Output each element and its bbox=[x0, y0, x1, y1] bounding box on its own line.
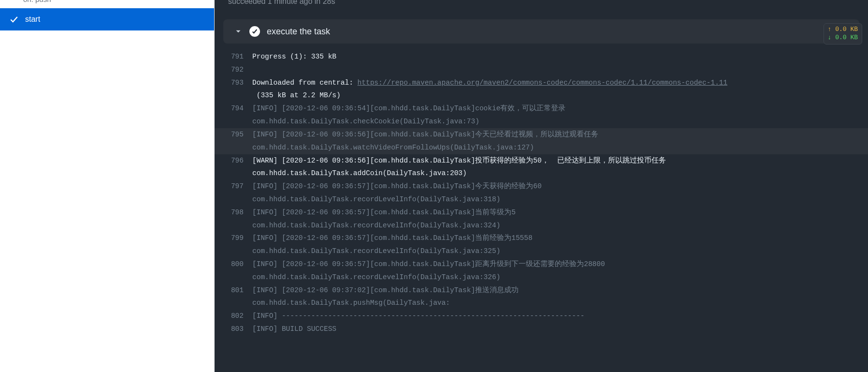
log-line[interactable]: 800[INFO] [2020-12-06 09:36:57][com.hhdd… bbox=[215, 258, 868, 284]
line-number: 802 bbox=[223, 310, 252, 323]
log-line[interactable]: 796[WARN] [2020-12-06 09:36:56][com.hhdd… bbox=[215, 154, 868, 180]
line-number: 791 bbox=[223, 50, 252, 63]
line-text: [INFO] [2020-12-06 09:36:57][com.hhdd.ta… bbox=[252, 232, 533, 258]
check-circle-icon bbox=[249, 26, 260, 37]
log-line[interactable]: 803[INFO] BUILD SUCCESS bbox=[215, 323, 868, 336]
arrow-up-icon: ↑ bbox=[828, 26, 832, 33]
transfer-size-badge: ↑ 0.0 KB ↓ 0.0 KB bbox=[824, 23, 862, 45]
log-line[interactable]: 793Downloaded from central: https://repo… bbox=[215, 76, 868, 103]
log-line[interactable]: 797[INFO] [2020-12-06 09:36:57][com.hhdd… bbox=[215, 180, 868, 206]
log-line[interactable]: 791Progress (1): 335 kB bbox=[215, 50, 868, 63]
sidebar-job-label: start bbox=[25, 15, 40, 24]
log-line[interactable]: 798[INFO] [2020-12-06 09:36:57][com.hhdd… bbox=[215, 206, 868, 232]
sidebar-job-start[interactable]: start bbox=[0, 8, 214, 30]
line-text: [INFO] [2020-12-06 09:36:57][com.hhdd.ta… bbox=[252, 258, 605, 284]
workflow-trigger: on: push bbox=[0, 0, 214, 8]
line-number: 798 bbox=[223, 206, 252, 232]
line-number: 797 bbox=[223, 180, 252, 206]
line-number: 801 bbox=[223, 284, 252, 310]
log-line[interactable]: 802[INFO] ------------------------------… bbox=[215, 310, 868, 323]
arrow-down-icon: ↓ bbox=[828, 34, 832, 41]
log-line[interactable]: 795[INFO] [2020-12-06 09:36:56][com.hhdd… bbox=[215, 128, 868, 154]
line-number: 799 bbox=[223, 232, 252, 258]
log-line[interactable]: 792 bbox=[215, 63, 868, 76]
app-layout: on: push start succeeded 1 minute ago in… bbox=[0, 0, 868, 372]
line-number: 793 bbox=[223, 76, 252, 103]
log-output[interactable]: 791Progress (1): 335 kB792793Downloaded … bbox=[215, 47, 868, 372]
line-number: 803 bbox=[223, 323, 252, 336]
step-title: execute the task bbox=[267, 27, 330, 37]
log-line[interactable]: 799[INFO] [2020-12-06 09:36:57][com.hhdd… bbox=[215, 232, 868, 258]
line-number: 795 bbox=[223, 128, 252, 154]
download-size: 0.0 KB bbox=[835, 34, 858, 41]
download-link[interactable]: https://repo.maven.apache.org/maven2/com… bbox=[358, 79, 728, 87]
line-text: [INFO] [2020-12-06 09:37:02][com.hhdd.ta… bbox=[252, 284, 519, 310]
log-panel: succeeded 1 minute ago in 28s execute th… bbox=[215, 0, 868, 372]
line-text: Downloaded from central: https://repo.ma… bbox=[252, 76, 727, 103]
run-status: succeeded 1 minute ago in 28s bbox=[215, 0, 868, 11]
log-line[interactable]: 794[INFO] [2020-12-06 09:36:54][com.hhdd… bbox=[215, 102, 868, 128]
line-text: [INFO] [2020-12-06 09:36:54][com.hhdd.ta… bbox=[252, 102, 565, 128]
line-number: 794 bbox=[223, 102, 252, 128]
line-number: 796 bbox=[223, 154, 252, 180]
line-number: 800 bbox=[223, 258, 252, 284]
log-line[interactable]: 801[INFO] [2020-12-06 09:37:02][com.hhdd… bbox=[215, 284, 868, 310]
line-text: Progress (1): 335 kB bbox=[252, 50, 336, 63]
upload-size: 0.0 KB bbox=[835, 26, 858, 33]
line-text: [WARN] [2020-12-06 09:36:56][com.hhdd.ta… bbox=[252, 154, 666, 180]
chevron-down-icon bbox=[234, 27, 243, 36]
line-text: [INFO] [2020-12-06 09:36:57][com.hhdd.ta… bbox=[252, 206, 516, 232]
workflow-sidebar: on: push start bbox=[0, 0, 215, 372]
line-number: 792 bbox=[223, 63, 252, 76]
line-text: [INFO] [2020-12-06 09:36:57][com.hhdd.ta… bbox=[252, 180, 542, 206]
line-text: [INFO] BUILD SUCCESS bbox=[252, 323, 336, 336]
check-icon bbox=[10, 15, 18, 24]
line-text: [INFO] [2020-12-06 09:36:56][com.hhdd.ta… bbox=[252, 128, 598, 154]
step-header[interactable]: execute the task ↑ 0.0 KB ↓ 0.0 KB bbox=[223, 19, 859, 44]
line-text: [INFO] ---------------------------------… bbox=[252, 310, 584, 323]
